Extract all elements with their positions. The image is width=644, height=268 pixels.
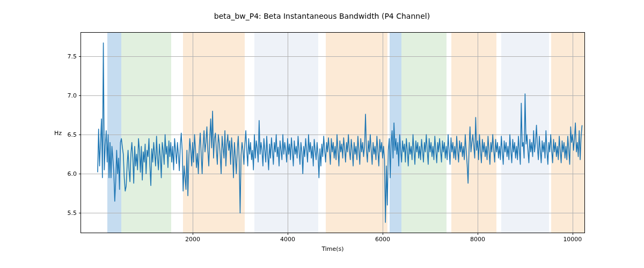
tick-mark: [383, 233, 383, 235]
axes: 200040006000800010000 5.56.06.57.07.5 Ti…: [80, 32, 585, 233]
tick-mark: [193, 233, 193, 235]
y-tick-label: 6.0: [68, 170, 77, 177]
y-axis-label: Hz: [54, 129, 62, 136]
x-tick-label: 10000: [563, 236, 582, 243]
y-tick-label: 6.5: [68, 131, 77, 138]
y-tick-label: 5.5: [68, 210, 77, 217]
tick-mark: [79, 95, 81, 96]
figure: beta_bw_P4: Beta Instantaneous Bandwidth…: [0, 0, 644, 268]
x-tick-label: 4000: [280, 236, 295, 243]
tick-mark: [79, 135, 81, 135]
x-axis-label: Time(s): [81, 245, 584, 252]
series-line: [98, 43, 582, 222]
y-tick-label: 7.0: [68, 92, 77, 99]
x-tick-label: 6000: [375, 236, 390, 243]
line-series: [81, 33, 584, 233]
tick-mark: [288, 233, 288, 235]
y-tick-label: 7.5: [68, 53, 77, 59]
chart-title: beta_bw_P4: Beta Instantaneous Bandwidth…: [0, 12, 644, 20]
tick-mark: [573, 233, 573, 235]
tick-mark: [79, 56, 81, 57]
tick-mark: [478, 233, 478, 235]
x-tick-label: 2000: [185, 236, 200, 243]
tick-mark: [79, 213, 81, 213]
tick-mark: [79, 174, 81, 174]
plot-area: [81, 33, 584, 233]
x-tick-label: 8000: [470, 236, 485, 243]
